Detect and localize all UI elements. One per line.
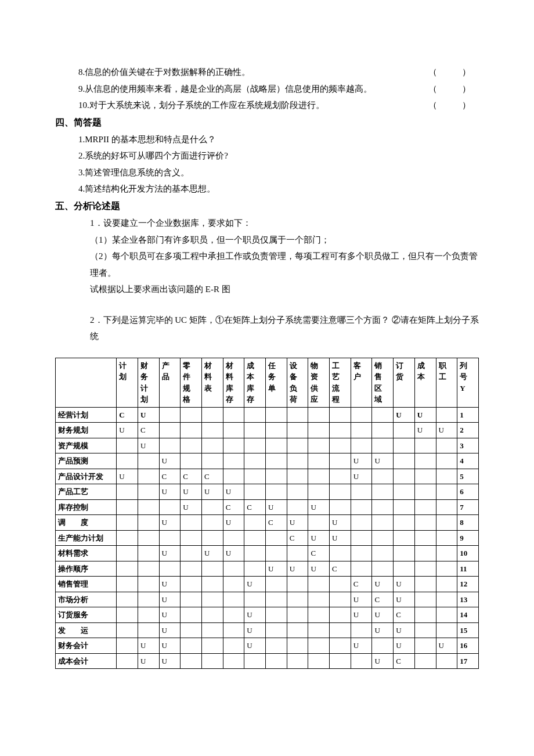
uc-cell xyxy=(308,423,330,438)
uc-cell: 11 xyxy=(457,561,479,577)
uc-cell xyxy=(436,499,457,515)
uc-cell: C xyxy=(117,407,138,423)
uc-cell xyxy=(223,607,244,623)
uc-cell xyxy=(159,561,181,577)
uc-cell: U xyxy=(201,484,223,500)
uc-cell xyxy=(330,453,351,469)
uc-cell xyxy=(436,607,457,623)
uc-cell: U xyxy=(159,453,181,469)
uc-cell xyxy=(266,607,287,623)
uc-row-head: 经营计划 xyxy=(56,407,117,423)
uc-row: 调 度UUCUU8 xyxy=(56,515,479,531)
uc-row-head: 库存控制 xyxy=(56,499,117,515)
uc-cell xyxy=(330,469,351,484)
uc-col-h: 计划 xyxy=(117,358,138,407)
uc-cell: U xyxy=(414,407,436,423)
uc-row-head: 财务会计 xyxy=(56,638,117,654)
uc-cell xyxy=(372,407,394,423)
uc-cell xyxy=(266,407,287,423)
uc-cell xyxy=(436,622,457,638)
uc-body: 经营计划CUUU1财务规划UCUU2资产规模U3产品预测UUU4产品设计开发UC… xyxy=(56,407,479,669)
uc-cell xyxy=(436,438,457,453)
uc-cell xyxy=(138,577,159,592)
uc-cell xyxy=(287,592,308,607)
uc-cell xyxy=(138,546,159,561)
q1-line: 试根据以上要求画出该问题的 E-R 图 xyxy=(55,281,479,298)
uc-cell xyxy=(287,407,308,423)
uc-cell xyxy=(181,622,202,638)
uc-cell xyxy=(372,438,394,453)
uc-cell xyxy=(201,577,223,592)
uc-row: 订货服务UUUUC14 xyxy=(56,607,479,623)
uc-cell xyxy=(117,453,138,469)
uc-cell xyxy=(223,407,244,423)
tf-paren: （ ） xyxy=(428,81,479,98)
uc-row-head: 财务规划 xyxy=(56,423,117,438)
uc-cell xyxy=(117,592,138,607)
uc-cell xyxy=(181,607,202,623)
section4-heading: 四、简答题 xyxy=(55,114,479,131)
uc-cell xyxy=(308,653,330,669)
uc-cell xyxy=(330,546,351,561)
uc-cell: 10 xyxy=(457,546,479,561)
uc-cell xyxy=(223,469,244,484)
uc-cell: U xyxy=(159,484,181,500)
uc-cell xyxy=(414,453,436,469)
uc-cell xyxy=(414,530,436,546)
uc-cell xyxy=(244,515,266,531)
uc-cell xyxy=(266,622,287,638)
uc-col-h: 销售区域 xyxy=(372,358,394,407)
uc-cell xyxy=(394,561,415,577)
uc-cell xyxy=(287,453,308,469)
uc-cell xyxy=(201,638,223,654)
uc-cell: U xyxy=(372,453,394,469)
uc-cell xyxy=(308,638,330,654)
uc-cell xyxy=(330,607,351,623)
uc-cell: U xyxy=(159,515,181,531)
s4-item: 3.简述管理信息系统的含义。 xyxy=(55,164,479,181)
uc-cell xyxy=(287,577,308,592)
uc-cell: C xyxy=(394,653,415,669)
uc-cell xyxy=(244,423,266,438)
uc-cell xyxy=(223,577,244,592)
uc-cell xyxy=(201,499,223,515)
uc-cell xyxy=(414,622,436,638)
uc-cell xyxy=(394,499,415,515)
uc-corner xyxy=(56,358,117,407)
uc-cell: U xyxy=(394,407,415,423)
uc-col-h: 财务计划 xyxy=(138,358,159,407)
uc-cell xyxy=(330,423,351,438)
q1-line: 1．设要建立一个企业数据库，要求如下： xyxy=(55,215,479,232)
uc-row: 产品设计开发UCCCU5 xyxy=(56,469,479,484)
uc-cell xyxy=(372,484,394,500)
uc-cell xyxy=(181,438,202,453)
uc-cell xyxy=(266,546,287,561)
uc-cell: U xyxy=(266,499,287,515)
uc-cell xyxy=(414,484,436,500)
uc-cell: 6 xyxy=(457,484,479,500)
uc-cell xyxy=(181,561,202,577)
uc-cell xyxy=(266,438,287,453)
uc-cell xyxy=(181,453,202,469)
uc-cell xyxy=(372,546,394,561)
uc-cell xyxy=(372,530,394,546)
uc-cell: C xyxy=(372,592,394,607)
uc-cell: C xyxy=(330,561,351,577)
uc-cell xyxy=(414,546,436,561)
uc-cell xyxy=(201,515,223,531)
uc-cell: U xyxy=(159,592,181,607)
uc-cell: U xyxy=(244,577,266,592)
uc-cell xyxy=(308,607,330,623)
uc-row-head: 订货服务 xyxy=(56,607,117,623)
uc-cell xyxy=(394,530,415,546)
uc-cell xyxy=(414,469,436,484)
uc-cell: 17 xyxy=(457,653,479,669)
uc-row-head: 操作顺序 xyxy=(56,561,117,577)
uc-cell xyxy=(287,638,308,654)
uc-cell xyxy=(308,469,330,484)
uc-cell xyxy=(223,622,244,638)
uc-cell xyxy=(330,499,351,515)
uc-cell xyxy=(308,515,330,531)
uc-col-h: 成本 xyxy=(414,358,436,407)
uc-cell xyxy=(117,546,138,561)
